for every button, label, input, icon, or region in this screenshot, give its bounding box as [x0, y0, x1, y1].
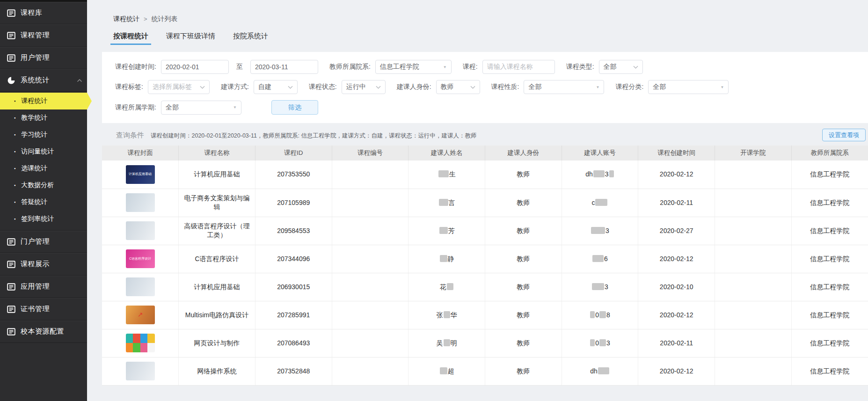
sidebar-subitem-course-stats[interactable]: ▪课程统计: [0, 93, 87, 109]
cell-creator-role: 教师: [485, 301, 562, 329]
sidebar: 课程库课程管理用户管理系统统计▪课程统计▪教学统计▪学习统计▪访问量统计▪选课统…: [0, 0, 87, 401]
cell-course-id: 207105989: [255, 189, 332, 217]
select-course-nature[interactable]: 全部▼: [524, 80, 604, 94]
table-header-row: 课程封面课程名称课程ID课程编号建课人姓名建课人身份建课人账号课程创建时间开课学…: [102, 146, 868, 160]
redacted-block: [592, 255, 604, 262]
sidebar-subitem-label: 学习统计: [21, 131, 47, 139]
cell-course-code: [332, 273, 408, 301]
redacted-block: [593, 170, 605, 177]
select-course-tag[interactable]: 选择所属标签: [148, 80, 210, 94]
bullet-icon: ▪: [14, 183, 15, 188]
filter-submit-button[interactable]: 筛选: [271, 100, 318, 115]
filter-value-creator-role: 教师: [441, 83, 467, 91]
sidebar-subitem-learning-stats[interactable]: ▪学习统计: [0, 126, 87, 143]
cell-teacher-department: 信息工程学院: [791, 329, 868, 357]
cell-course-name: C语言程序设计: [179, 245, 255, 273]
creator-text: 静: [448, 255, 454, 262]
select-course-term[interactable]: 全部▼: [161, 101, 241, 115]
cell-teacher-department: 信息工程学院: [791, 273, 868, 301]
sidebar-item-course-display[interactable]: 课程展示: [0, 253, 87, 276]
sidebar-subitem-attendance-stats[interactable]: ▪签到率统计: [0, 211, 87, 227]
sidebar-item-system-statistics[interactable]: 系统统计: [0, 69, 87, 92]
filter-value-create-time-start: 2020-02-01: [166, 63, 224, 71]
redacted-block: [444, 311, 450, 318]
input-create-time-end[interactable]: 2020-03-11: [250, 60, 318, 74]
filter-label-course-status: 课程状态:: [309, 83, 337, 91]
creator-text: 超: [448, 367, 454, 375]
chevron-down-icon: [376, 86, 381, 89]
cell-creator-name: 张华: [408, 301, 485, 329]
sidebar-subitem-course-selection-stats[interactable]: ▪选课统计: [0, 160, 87, 177]
filter-row: 课程创建时间:2020-02-01至2020-03-11教师所属院系:信息工程学…: [115, 60, 863, 74]
filter-label-teacher-department: 教师所属院系:: [329, 63, 371, 71]
sidebar-item-label: 门户管理: [21, 237, 50, 246]
redacted-block: [444, 339, 450, 346]
tab-by-department[interactable]: 按院系统计: [233, 32, 268, 45]
select-course-status[interactable]: 运行中: [342, 80, 386, 94]
breadcrumb-root[interactable]: 课程统计: [113, 15, 139, 22]
cell-course-code: [332, 329, 408, 357]
cell-college: [715, 357, 792, 385]
sidebar-subitem-bigdata-analysis[interactable]: ▪大数据分析: [0, 177, 87, 194]
account-text: 3: [605, 170, 609, 178]
sidebar-subitem-teaching-stats[interactable]: ▪教学统计: [0, 109, 87, 126]
collapse-caret-icon[interactable]: [77, 79, 82, 82]
input-create-time-start[interactable]: 2020-02-01: [161, 60, 229, 74]
tab-class-detail[interactable]: 课程下班级详情: [166, 32, 215, 45]
sidebar-item-certificate-management[interactable]: 证书管理: [0, 298, 87, 321]
sidebar-item-app-management[interactable]: 应用管理: [0, 276, 87, 298]
filter-label-creator-role: 建课人身份:: [397, 83, 431, 91]
cell-course-code: [332, 189, 408, 217]
set-view-items-button[interactable]: 设置查看项: [822, 129, 866, 141]
chevron-down-icon: [633, 66, 638, 69]
table-row: 电子商务文案策划与编辑207105989言教师c2020-02-11信息工程学院: [102, 189, 868, 217]
filter-value-teacher-department: 信息工程学院: [380, 63, 440, 71]
sidebar-subitem-visits-stats[interactable]: ▪访问量统计: [0, 143, 87, 160]
cell-course-name: 高级语言程序设计（理工类）: [179, 217, 255, 245]
redacted-block: [440, 255, 447, 262]
column-header-3: 课程编号: [332, 146, 408, 160]
tab-by-course[interactable]: 按课程统计: [113, 32, 148, 45]
cell-college: [715, 189, 792, 217]
sidebar-item-course-management[interactable]: 课程管理: [0, 24, 87, 47]
chevron-down-icon: [470, 86, 475, 89]
cell-creator-account: 3: [562, 217, 638, 245]
cell-creator-account: dh: [562, 357, 638, 385]
column-header-0: 课程封面: [102, 146, 179, 160]
select-creator-role[interactable]: 教师: [436, 80, 480, 94]
cell-course-id: 209584553: [255, 217, 332, 245]
sidebar-item-label: 课程管理: [21, 31, 50, 40]
sidebar-subitem-qa-stats[interactable]: ▪答疑统计: [0, 194, 87, 211]
filter-value-course-type: 全部: [604, 63, 630, 71]
sidebar-subitem-label: 选课统计: [21, 164, 47, 173]
select-course-category[interactable]: 全部▼: [648, 80, 729, 94]
cell-course-code: [332, 160, 408, 189]
table-row: ↗Multisim电路仿真设计207285991张华教师082020-02-12…: [102, 301, 868, 329]
sidebar-item-portal-management[interactable]: 门户管理: [0, 231, 87, 253]
filter-value-course-term: 全部: [166, 103, 230, 112]
filter-value-course-name: 请输入课程名称: [487, 63, 550, 71]
cell-created-date: 2020-02-27: [638, 217, 715, 245]
cell-course-cover: [102, 217, 179, 245]
sidebar-item-user-management[interactable]: 用户管理: [0, 47, 87, 69]
sidebar-item-school-resource-config[interactable]: 校本资源配置: [0, 321, 87, 343]
breadcrumb-separator: >: [144, 15, 147, 22]
course-cover-image: C语言程序设计: [126, 249, 155, 268]
input-course-name[interactable]: 请输入课程名称: [482, 60, 555, 74]
table-row: 网络操作系统207352848超教师dh2020-02-12信息工程学院: [102, 357, 868, 385]
course-cover-image: ↗: [126, 306, 155, 324]
cell-creator-name: 芳: [408, 217, 485, 245]
cell-course-name: 计算机应用基础: [179, 273, 255, 301]
chevron-down-icon: [200, 86, 205, 89]
cell-creator-name: 静: [408, 245, 485, 273]
cell-creator-account: 08: [562, 301, 638, 329]
sidebar-item-course-library[interactable]: 课程库: [0, 2, 87, 24]
redacted-block: [591, 227, 605, 234]
cell-course-code: [332, 217, 408, 245]
select-teacher-department[interactable]: 信息工程学院▼: [375, 60, 452, 74]
column-header-7: 课程创建时间: [638, 146, 715, 160]
select-course-type[interactable]: 全部: [599, 60, 643, 74]
cell-creator-account: 03: [562, 329, 638, 357]
select-build-mode[interactable]: 自建: [254, 80, 298, 94]
creator-text: 张: [437, 311, 443, 319]
